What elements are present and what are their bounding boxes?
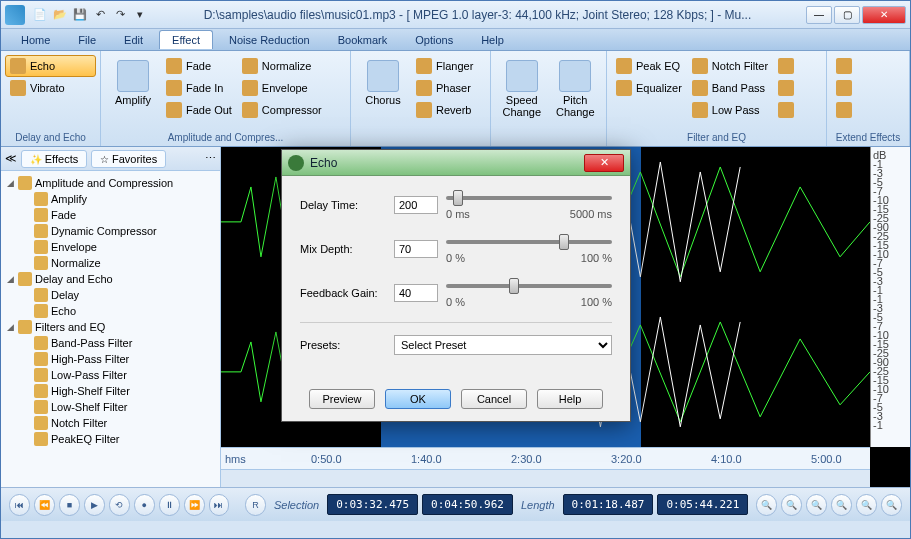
qat-undo-icon[interactable]: ↶ (91, 6, 109, 24)
delay-time-slider[interactable] (446, 190, 612, 206)
compressor-button[interactable]: Compressor (237, 99, 327, 121)
tree-node[interactable]: Low-Shelf Filter (3, 399, 218, 415)
play-loop-button[interactable]: ⟲ (109, 494, 130, 516)
peakeq-button[interactable]: Peak EQ (611, 55, 687, 77)
fade-button[interactable]: Fade (161, 55, 237, 77)
zoom-v-button[interactable]: 🔍 (856, 494, 877, 516)
tree-node[interactable]: Envelope (3, 239, 218, 255)
pitch-change-button[interactable]: Pitch Change (549, 55, 603, 123)
menu-bookmark[interactable]: Bookmark (326, 31, 400, 49)
menu-home[interactable]: Home (9, 31, 62, 49)
extend1[interactable] (831, 55, 857, 77)
filter-extra3[interactable] (773, 99, 799, 121)
qat-dropdown-icon[interactable]: ▾ (131, 6, 149, 24)
qat-save-icon[interactable]: 💾 (71, 6, 89, 24)
zoom-in-button[interactable]: 🔍 (756, 494, 777, 516)
effects-tree[interactable]: ◢Amplitude and CompressionAmplifyFadeDyn… (1, 171, 220, 487)
total-value[interactable]: 0:05:44.221 (657, 494, 748, 515)
tree-node[interactable]: Dynamic Compressor (3, 223, 218, 239)
notch-button[interactable]: Notch Filter (687, 55, 773, 77)
minimize-button[interactable]: — (806, 6, 832, 24)
tree-node[interactable]: High-Shelf Filter (3, 383, 218, 399)
selection-end[interactable]: 0:04:50.962 (422, 494, 513, 515)
tab-effects[interactable]: ✨ Effects (21, 150, 87, 168)
tree-node[interactable]: Delay (3, 287, 218, 303)
zoom-out-button[interactable]: 🔍 (781, 494, 802, 516)
tree-node[interactable]: Band-Pass Filter (3, 335, 218, 351)
fadein-button[interactable]: Fade In (161, 77, 237, 99)
reverb-button[interactable]: Reverb (411, 99, 478, 121)
goto-start-button[interactable]: ⏮ (9, 494, 30, 516)
menu-effect[interactable]: Effect (159, 30, 213, 49)
menu-file[interactable]: File (66, 31, 108, 49)
menu-noise-reduction[interactable]: Noise Reduction (217, 31, 322, 49)
selection-start[interactable]: 0:03:32.475 (327, 494, 418, 515)
qat-redo-icon[interactable]: ↷ (111, 6, 129, 24)
close-button[interactable]: ✕ (862, 6, 906, 24)
tree-node[interactable]: Amplify (3, 191, 218, 207)
qat-new-icon[interactable]: 📄 (31, 6, 49, 24)
maximize-button[interactable]: ▢ (834, 6, 860, 24)
pause-button[interactable]: ⏸ (159, 494, 180, 516)
tree-node[interactable]: Normalize (3, 255, 218, 271)
tab-favorites[interactable]: ☆ Favorites (91, 150, 166, 168)
bandpass-button[interactable]: Band Pass (687, 77, 773, 99)
flanger-button[interactable]: Flanger (411, 55, 478, 77)
tree-node[interactable]: Fade (3, 207, 218, 223)
tree-node[interactable]: Low-Pass Filter (3, 367, 218, 383)
envelope-button[interactable]: Envelope (237, 77, 327, 99)
mix-depth-input[interactable] (394, 240, 438, 258)
menu-options[interactable]: Options (403, 31, 465, 49)
sidebar-menu-icon[interactable]: ⋯ (205, 152, 216, 165)
amplify-button[interactable]: Amplify (105, 55, 161, 111)
record-button[interactable]: ● (134, 494, 155, 516)
zoom-sel-button[interactable]: 🔍 (806, 494, 827, 516)
goto-end-button[interactable]: ⏭ (209, 494, 230, 516)
mix-depth-slider[interactable] (446, 234, 612, 250)
zoom-fit-button[interactable]: 🔍 (831, 494, 852, 516)
horizontal-scrollbar[interactable] (221, 469, 870, 487)
feedback-gain-slider[interactable] (446, 278, 612, 294)
length-value[interactable]: 0:01:18.487 (563, 494, 654, 515)
stop-button[interactable]: ■ (59, 494, 80, 516)
menu-edit[interactable]: Edit (112, 31, 155, 49)
normalize-button[interactable]: Normalize (237, 55, 327, 77)
extend2[interactable] (831, 77, 857, 99)
preview-button[interactable]: Preview (309, 389, 375, 409)
tree-node[interactable]: High-Pass Filter (3, 351, 218, 367)
rewind-button[interactable]: ⏪ (34, 494, 55, 516)
extend3[interactable] (831, 99, 857, 121)
timeline[interactable]: hms 0:50.0 1:40.0 2:30.0 3:20.0 4:10.0 5… (221, 447, 870, 469)
tree-node[interactable]: ◢Delay and Echo (3, 271, 218, 287)
sidebar-collapse-icon[interactable]: ≪ (5, 152, 17, 165)
zoom-reset-button[interactable]: 🔍 (881, 494, 902, 516)
cancel-button[interactable]: Cancel (461, 389, 527, 409)
repeat-button[interactable]: R (245, 494, 266, 516)
menu-help[interactable]: Help (469, 31, 516, 49)
echo-button[interactable]: Echo (5, 55, 96, 77)
filter-extra1[interactable] (773, 55, 799, 77)
feedback-gain-input[interactable] (394, 284, 438, 302)
equalizer-button[interactable]: Equalizer (611, 77, 687, 99)
tree-node[interactable]: Echo (3, 303, 218, 319)
tree-node[interactable]: ◢Amplitude and Compression (3, 175, 218, 191)
qat-open-icon[interactable]: 📂 (51, 6, 69, 24)
tree-node[interactable]: Notch Filter (3, 415, 218, 431)
help-button[interactable]: Help (537, 389, 603, 409)
speed-change-button[interactable]: Speed Change (495, 55, 549, 123)
filter-extra2[interactable] (773, 77, 799, 99)
tree-node[interactable]: PeakEQ Filter (3, 431, 218, 447)
chorus-button[interactable]: Chorus (355, 55, 411, 111)
dialog-close-button[interactable]: ✕ (584, 154, 624, 172)
phaser-button[interactable]: Phaser (411, 77, 478, 99)
delay-time-input[interactable] (394, 196, 438, 214)
lowpass-button[interactable]: Low Pass (687, 99, 773, 121)
ok-button[interactable]: OK (385, 389, 451, 409)
fadeout-button[interactable]: Fade Out (161, 99, 237, 121)
tree-node[interactable]: ◢Filters and EQ (3, 319, 218, 335)
presets-select[interactable]: Select Preset (394, 335, 612, 355)
vibrato-button[interactable]: Vibrato (5, 77, 96, 99)
forward-button[interactable]: ⏩ (184, 494, 205, 516)
dialog-titlebar[interactable]: Echo ✕ (282, 150, 630, 176)
play-button[interactable]: ▶ (84, 494, 105, 516)
